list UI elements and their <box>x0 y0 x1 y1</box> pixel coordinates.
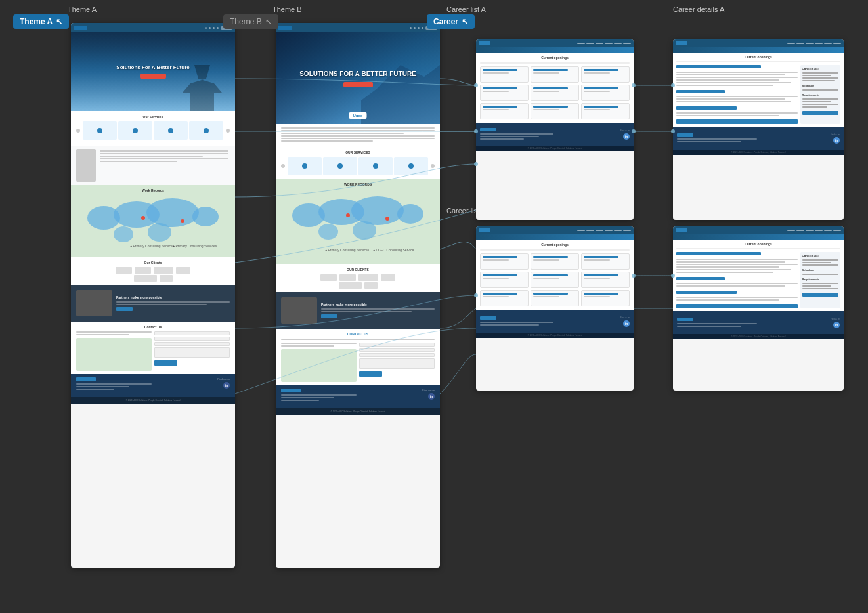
service-item <box>83 121 117 140</box>
job-card <box>531 66 579 83</box>
theme-b-contact: CONTACT US <box>276 329 440 385</box>
career-list-title: Current openings <box>480 56 630 60</box>
client-logo <box>135 267 151 274</box>
theme-b-partners: Partners make more possible <box>276 292 440 329</box>
career-details-a-footer: Find us on in <box>673 127 844 150</box>
theme-a-card: Solutions For A Better Future Our Servic… <box>71 23 235 568</box>
career-details-b-content: Current openings CAREER LIST <box>673 240 844 311</box>
career-tab[interactable]: Career ↖ <box>427 14 475 29</box>
theme-b-about <box>276 124 440 146</box>
career-list-a-footer: Find us on in <box>476 123 634 146</box>
details-sidebar: CAREER LIST Schedule Requirements <box>800 65 841 124</box>
job-card <box>480 66 529 83</box>
theme-b-tab[interactable]: Theme B ↖ <box>223 14 278 29</box>
svg-point-15 <box>148 223 171 242</box>
clients-title-b: OUR CLIENTS <box>281 268 435 272</box>
cursor-icon: ↖ <box>56 17 62 26</box>
theme-a-hero: Solutions For A Better Future <box>71 32 235 111</box>
svg-point-24 <box>318 224 338 240</box>
career-details-b-header <box>673 226 844 234</box>
theme-b-hero-text: SOLUTIONS FOR A BETTER FUTURE <box>299 70 416 78</box>
copyright-text: © 2023 uGEO Solutions - People Oriented,… <box>126 399 181 402</box>
social-icon: in <box>833 137 840 144</box>
job-card <box>480 85 529 101</box>
copyright-text-b: © 2022 uGEO Solutions - People Oriented,… <box>331 410 385 413</box>
theme-b-copyright: © 2022 uGEO Solutions - People Oriented,… <box>276 408 440 415</box>
career-list-b-title: Current openings <box>480 243 630 247</box>
job-grid-a <box>480 66 630 119</box>
theme-a-about <box>71 146 235 185</box>
theme-b-nav <box>276 23 440 32</box>
apply-btn-b <box>676 304 798 308</box>
job-card <box>531 253 579 270</box>
job-card <box>531 272 579 288</box>
contact-title: Contact Us <box>76 325 230 329</box>
contact-form <box>154 331 230 371</box>
details-layout: CAREER LIST Schedule Requirements <box>676 65 840 124</box>
social-icon-b: in <box>623 320 630 327</box>
map-title-b: WORK RECORDS <box>344 182 372 186</box>
career-list-a-content: Current openings <box>476 53 634 123</box>
career-details-a-card: Current openings CAREER LI <box>673 39 844 220</box>
service-item <box>323 157 357 175</box>
social-linkedin-b: in <box>428 393 435 400</box>
career-details-a-label: Career details A <box>673 5 724 13</box>
career-list-a-copyright: © 2023 uGEO Solutions - People Oriented,… <box>476 146 634 151</box>
partners-image <box>76 290 112 316</box>
contact-map <box>76 338 152 371</box>
theme-a-tab-label: Theme A <box>20 17 53 26</box>
apply-btn <box>676 119 798 124</box>
theme-a-clients: Our Clients <box>71 257 235 285</box>
social-icon-details-b: in <box>833 322 840 328</box>
career-list-a-label: Career list A <box>446 5 486 13</box>
theme-a-label: Theme A <box>68 5 97 13</box>
service-item <box>189 121 223 140</box>
learn-more-btn <box>116 307 133 311</box>
client-logo <box>134 275 157 282</box>
service-item <box>154 121 188 140</box>
career-list-b-copyright: © 2023 uGEO Solutions - People Oriented,… <box>476 333 634 338</box>
job-card <box>480 290 529 306</box>
career-details-b-copyright: © 2023 uGEO Solutions - People Oriented,… <box>673 334 844 339</box>
about-image <box>76 149 96 182</box>
theme-a-nav <box>71 23 235 32</box>
social-linkedin: in <box>223 382 230 389</box>
svg-text:● UGEO Consulting Service: ● UGEO Consulting Service <box>373 248 414 252</box>
logo <box>278 26 292 30</box>
job-grid-b <box>480 253 630 306</box>
career-list-b-header <box>476 226 634 234</box>
theme-a-contact: Contact Us <box>71 322 235 374</box>
nav-item <box>205 27 207 29</box>
svg-point-26 <box>346 213 350 217</box>
services-title: Our Services <box>76 115 230 119</box>
job-card <box>480 253 529 270</box>
theme-b-tab-label: Theme B <box>230 17 262 26</box>
job-card <box>581 290 630 306</box>
theme-a-tab[interactable]: Theme A ↖ <box>13 14 69 29</box>
svg-point-25 <box>353 221 376 240</box>
cursor-icon: ↖ <box>265 17 272 26</box>
job-card <box>581 85 630 101</box>
career-list-b-footer: Find us on in <box>476 310 634 333</box>
svg-point-14 <box>114 226 133 242</box>
career-details-a-copyright: © 2023 uGEO Solutions - People Oriented,… <box>673 150 844 155</box>
client-logo <box>176 267 190 274</box>
job-card <box>581 103 630 119</box>
nav-item <box>213 27 215 29</box>
logo <box>74 26 87 30</box>
svg-text:● Primary Consulting Services: ● Primary Consulting Services <box>130 244 175 248</box>
job-card <box>480 103 529 119</box>
details-b-section-title: Current openings <box>676 242 840 246</box>
theme-a-map: Work Records ● Primary Consulting Servic… <box>71 185 235 257</box>
theme-a-copyright: © 2023 uGEO Solutions - People Oriented,… <box>71 397 235 404</box>
theme-b-clients: OUR CLIENTS <box>276 264 440 292</box>
map-title: Work Records <box>142 188 164 192</box>
svg-text:● Primary Consulting Services: ● Primary Consulting Services <box>173 244 217 248</box>
svg-point-23 <box>397 204 423 224</box>
job-card <box>480 272 529 288</box>
svg-point-17 <box>181 219 184 223</box>
theme-b-label: Theme B <box>272 5 302 13</box>
svg-point-27 <box>385 217 389 221</box>
theme-a-footer: Find us on in <box>71 374 235 397</box>
details-section-title: Current openings <box>676 55 840 59</box>
